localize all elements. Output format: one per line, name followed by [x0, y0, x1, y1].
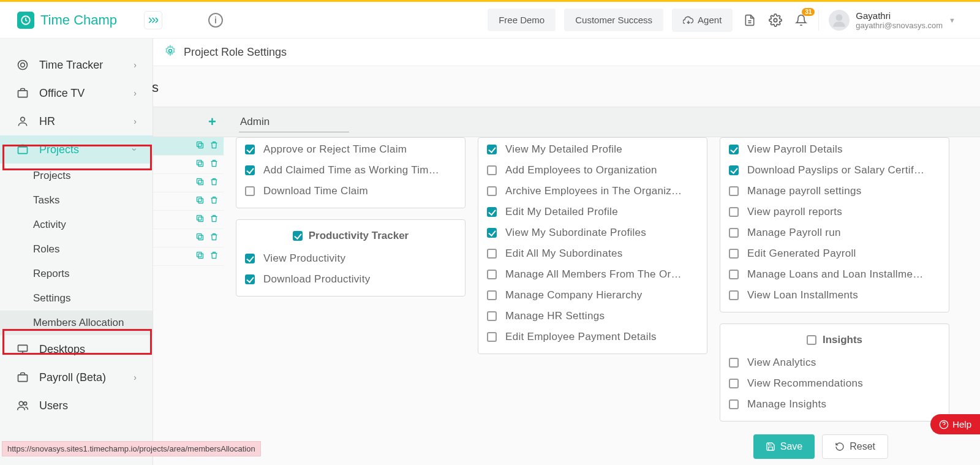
reset-button[interactable]: Reset [822, 434, 888, 459]
permission-item[interactable]: Manage Payroll run [729, 222, 940, 243]
sidebar-item-office-tv[interactable]: Office TV › [0, 79, 153, 107]
checkbox[interactable] [245, 254, 255, 263]
permission-item[interactable]: View My Subordinate Profiles [487, 222, 698, 243]
expand-sidebar-button[interactable] [144, 11, 162, 29]
copy-icon[interactable] [195, 195, 205, 207]
sidebar-sub-reports[interactable]: Reports [0, 262, 153, 286]
checkbox[interactable] [245, 274, 255, 284]
permission-item[interactable]: Manage All Members From The Or… [487, 264, 698, 285]
checkbox[interactable] [487, 207, 497, 217]
permission-item[interactable]: Manage Loans and Loan Installme… [729, 264, 940, 285]
checkbox[interactable] [487, 332, 497, 342]
sidebar-sub-settings[interactable]: Settings [0, 286, 153, 311]
permission-item[interactable]: Archive Employees in The Organiz… [487, 181, 698, 202]
checkbox[interactable] [729, 186, 739, 196]
role-name-input[interactable] [239, 112, 349, 132]
trash-icon[interactable] [209, 214, 219, 225]
checkbox[interactable] [245, 165, 255, 175]
trash-icon[interactable] [209, 140, 219, 152]
checkbox[interactable] [487, 165, 497, 175]
role-row[interactable] [153, 174, 224, 192]
customer-success-button[interactable]: Customer Success [564, 9, 663, 31]
role-row[interactable] [153, 211, 224, 229]
permission-item[interactable]: View Analytics [729, 352, 940, 373]
trash-icon[interactable] [209, 195, 219, 207]
sidebar-sub-members-allocation[interactable]: Members Allocation [0, 311, 153, 335]
checkbox[interactable] [729, 165, 739, 175]
checkbox[interactable] [729, 207, 739, 217]
permission-item[interactable]: Download Time Claim [245, 181, 456, 202]
permission-item[interactable]: Manage HR Settings [487, 306, 698, 327]
checkbox[interactable] [729, 379, 739, 388]
checkbox[interactable] [729, 399, 739, 409]
sidebar-sub-tasks[interactable]: Tasks [0, 188, 153, 213]
permission-item[interactable]: View Payroll Details [729, 139, 940, 160]
permission-item[interactable]: Edit Generated Payroll [729, 243, 940, 264]
role-row[interactable] [153, 192, 224, 211]
checkbox[interactable] [487, 311, 497, 321]
sidebar-sub-roles[interactable]: Roles [0, 237, 153, 262]
role-row[interactable] [153, 156, 224, 174]
sidebar-item-payroll[interactable]: Payroll (Beta) › [0, 363, 153, 391]
copy-icon[interactable] [195, 214, 205, 225]
trash-icon[interactable] [209, 177, 219, 189]
copy-icon[interactable] [195, 251, 205, 262]
add-role-button[interactable]: + [208, 114, 216, 130]
permission-item[interactable]: Manage payroll settings [729, 181, 940, 202]
help-button[interactable]: Help [930, 414, 980, 434]
permission-item[interactable]: Approve or Reject Time Claim [245, 139, 456, 160]
copy-icon[interactable] [195, 177, 205, 189]
bell-icon[interactable]: 31 [793, 12, 810, 29]
checkbox[interactable] [729, 358, 739, 368]
permission-item[interactable]: View My Detailed Profile [487, 139, 698, 160]
sidebar-item-users[interactable]: Users [0, 391, 153, 420]
role-row[interactable] [153, 248, 224, 266]
sidebar-item-hr[interactable]: HR › [0, 107, 153, 135]
info-icon[interactable]: i [208, 13, 223, 28]
sidebar-item-desktops[interactable]: Desktops [0, 335, 153, 363]
checkbox[interactable] [729, 270, 739, 279]
permission-item[interactable]: Add Employees to Organization [487, 160, 698, 181]
permission-item[interactable]: Manage Insights [729, 394, 940, 415]
gear-icon[interactable] [767, 12, 784, 29]
permission-item[interactable]: Manage Company Hierarchy [487, 285, 698, 306]
sidebar-sub-projects[interactable]: Projects [0, 164, 153, 188]
permission-item[interactable]: View Recommendations [729, 373, 940, 394]
checkbox[interactable] [487, 186, 497, 196]
user-menu[interactable]: Gayathri gayathri@snovasys.com ▼ [818, 10, 956, 31]
permission-item[interactable]: Edit My Detailed Profile [487, 202, 698, 222]
agent-button[interactable]: Agent [672, 9, 733, 32]
checkbox[interactable] [487, 270, 497, 279]
permission-item[interactable]: Add Claimed Time as Working Tim… [245, 160, 456, 181]
permission-item[interactable]: Edit Employee Payment Details [487, 327, 698, 347]
logo[interactable]: Time Champ [0, 12, 153, 29]
trash-icon[interactable] [209, 251, 219, 262]
checkbox[interactable] [245, 186, 255, 196]
copy-icon[interactable] [195, 140, 205, 152]
role-row[interactable] [153, 137, 224, 156]
checkbox[interactable] [293, 231, 303, 241]
permission-item[interactable]: Edit All My Subordinates [487, 243, 698, 264]
checkbox[interactable] [729, 290, 739, 300]
checkbox[interactable] [729, 145, 739, 154]
document-icon[interactable] [741, 12, 758, 29]
permission-item[interactable]: View Productivity [245, 248, 456, 269]
permission-item[interactable]: View Loan Installments [729, 285, 940, 306]
checkbox[interactable] [807, 335, 816, 345]
checkbox[interactable] [487, 249, 497, 259]
checkbox[interactable] [729, 249, 739, 259]
sidebar-item-time-tracker[interactable]: Time Tracker › [0, 51, 153, 79]
permission-item[interactable]: Download Productivity [245, 269, 456, 290]
copy-icon[interactable] [195, 159, 205, 170]
free-demo-button[interactable]: Free Demo [488, 9, 556, 31]
permission-item[interactable]: Download Payslips or Salary Certif… [729, 160, 940, 181]
trash-icon[interactable] [209, 232, 219, 244]
checkbox[interactable] [487, 228, 497, 238]
checkbox[interactable] [245, 145, 255, 154]
sidebar-item-projects[interactable]: Projects › [0, 135, 153, 164]
checkbox[interactable] [487, 145, 497, 154]
role-row[interactable] [153, 229, 224, 248]
permission-item[interactable]: View payroll reports [729, 202, 940, 222]
checkbox[interactable] [729, 228, 739, 238]
checkbox[interactable] [487, 290, 497, 300]
